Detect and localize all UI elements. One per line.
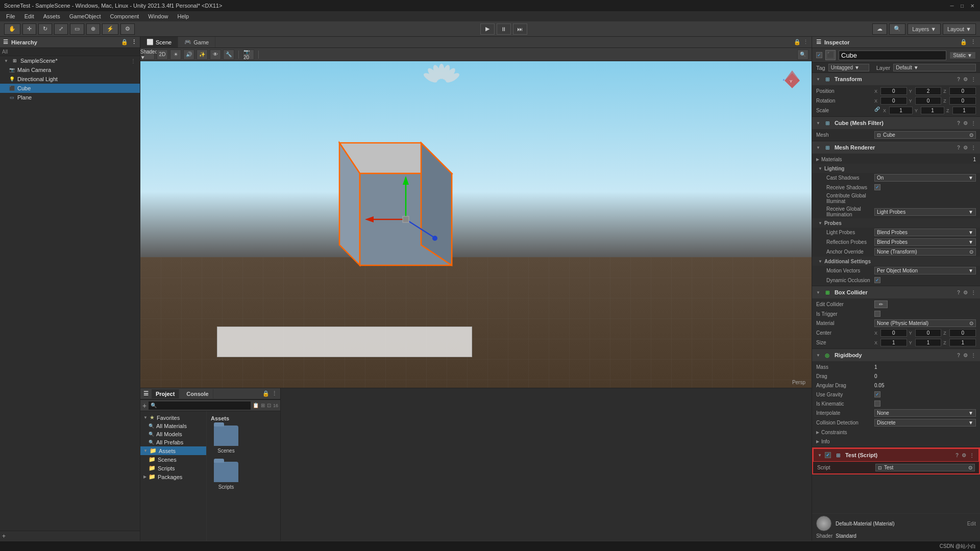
assets-tree-item[interactable]: ▼ 📁 Assets: [140, 446, 206, 455]
scene-overlay-btn[interactable]: 👁: [210, 49, 221, 60]
menu-edit[interactable]: Edit: [20, 12, 38, 20]
layer-dropdown[interactable]: Default ▼: [893, 64, 976, 71]
scene-effects-btn[interactable]: ✨: [197, 49, 208, 60]
sc-x-input[interactable]: [889, 107, 913, 114]
collider-material-select[interactable]: ⊙: [969, 320, 973, 326]
minimize-btn[interactable]: ─: [948, 2, 955, 9]
meshrenderer-header[interactable]: ▼ ⊞ Mesh Renderer ? ⚙ ⋮: [812, 141, 980, 154]
testscript-more-icon[interactable]: ⋮: [969, 453, 974, 458]
scene-more-icon[interactable]: ⋮: [803, 39, 808, 45]
dynamic-occlusion-checkbox[interactable]: ✓: [874, 277, 880, 283]
is-kinematic-checkbox[interactable]: ✓: [874, 400, 880, 407]
step-button[interactable]: ⏭: [513, 23, 527, 35]
light-probes-dropdown[interactable]: Blend Probes ▼: [874, 229, 976, 236]
constraints-expand[interactable]: ▶: [816, 430, 819, 435]
scenes-tree-item[interactable]: 📁 Scenes: [140, 455, 206, 464]
tab-console[interactable]: Console: [182, 389, 213, 398]
all-prefabs-item[interactable]: 🔍 All Prefabs: [140, 438, 206, 446]
custom-tool[interactable]: ⚡: [102, 23, 118, 35]
receive-shadows-checkbox[interactable]: ✓: [874, 184, 880, 190]
all-materials-item[interactable]: 🔍 All Materials: [140, 422, 206, 430]
scale-lock-icon[interactable]: 🔗: [874, 107, 880, 114]
scene-shaded-btn[interactable]: Shaded ▼: [143, 49, 155, 60]
transform-settings-icon[interactable]: ⚙: [963, 77, 968, 82]
asset-scenes[interactable]: Scenes: [211, 425, 241, 454]
play-button[interactable]: ▶: [480, 23, 495, 35]
scene-camera-btn[interactable]: 📷 20: [243, 49, 254, 60]
meshrenderer-settings-icon[interactable]: ⚙: [963, 145, 968, 151]
collab-btn[interactable]: ☁: [872, 23, 887, 35]
hierarchy-dots[interactable]: ⋮: [131, 58, 136, 64]
scene-viewport[interactable]: Y x z Persp: [140, 61, 812, 388]
sizex-input[interactable]: [880, 339, 907, 346]
all-models-item[interactable]: 🔍 All Models: [140, 430, 206, 438]
receive-gi-dropdown[interactable]: Light Probes ▼: [874, 208, 976, 216]
object-active-checkbox[interactable]: ✓: [816, 52, 822, 58]
inspector-lock-icon[interactable]: 🔒: [960, 39, 967, 45]
tab-game[interactable]: 🎮 Game: [178, 37, 215, 47]
tab-scene[interactable]: ⬜ Scene: [140, 37, 178, 47]
sizez-input[interactable]: [949, 339, 976, 346]
meshrenderer-more-icon[interactable]: ⋮: [971, 145, 976, 151]
pause-button[interactable]: ⏸: [497, 23, 511, 35]
cz-input[interactable]: [949, 329, 976, 337]
rigidbody-header[interactable]: ▼ ◎ Rigidbody ? ⚙ ⋮: [812, 349, 980, 361]
rigidbody-more-icon[interactable]: ⋮: [971, 353, 976, 358]
collider-material-value[interactable]: None (Physic Material) ⊙: [874, 319, 976, 327]
mesh-value[interactable]: ⊡ Cube ⊙: [874, 131, 976, 139]
edit-collider-btn[interactable]: ✏: [874, 300, 888, 308]
menu-gameobject[interactable]: GameObject: [65, 12, 105, 20]
add-asset-btn[interactable]: +: [142, 402, 146, 410]
icon-btn2[interactable]: ⊞: [261, 403, 265, 408]
icon-btn1[interactable]: 📋: [253, 403, 259, 408]
mesh-select-icon[interactable]: ⊙: [969, 132, 973, 138]
transform-header[interactable]: ▼ ⊞ Transform ? ⚙ ⋮: [812, 73, 980, 85]
scene-audio-btn[interactable]: 🔊: [183, 49, 194, 60]
testscript-help-icon[interactable]: ?: [955, 453, 959, 458]
use-gravity-checkbox[interactable]: ✓: [874, 391, 880, 397]
lighting-expand[interactable]: ▼: [818, 166, 822, 171]
packages-tree-item[interactable]: ▶ 📁 Packages: [140, 472, 206, 481]
hand-tool[interactable]: ✋: [4, 23, 20, 35]
close-btn[interactable]: ✕: [969, 2, 976, 9]
anchor-override-value[interactable]: None (Transform) ⊙: [874, 248, 976, 256]
pos-y-input[interactable]: [915, 87, 942, 95]
cx-input[interactable]: [880, 329, 907, 337]
hierarchy-item-plane[interactable]: ▭ Plane: [0, 93, 140, 102]
favorites-item[interactable]: ▼ ★ Favorites: [140, 413, 206, 422]
menu-help[interactable]: Help: [173, 12, 193, 20]
move-tool[interactable]: ✛: [22, 23, 36, 35]
inspector-hamburger[interactable]: ☰: [816, 39, 821, 45]
menu-component[interactable]: Component: [106, 12, 143, 20]
boxcollider-help-icon[interactable]: ?: [957, 290, 960, 295]
probes-expand[interactable]: ▼: [818, 221, 822, 226]
inspector-more-icon[interactable]: ⋮: [970, 39, 976, 45]
sc-z-input[interactable]: [952, 107, 976, 114]
cast-shadows-dropdown[interactable]: On ▼: [874, 174, 976, 182]
scale-tool[interactable]: ⤢: [54, 23, 68, 35]
script-select-icon[interactable]: ⊙: [968, 465, 972, 470]
sizey-input[interactable]: [915, 339, 942, 346]
collision-detection-dropdown[interactable]: Discrete ▼: [874, 419, 976, 427]
rot-x-input[interactable]: [880, 97, 907, 105]
info-expand[interactable]: ▶: [816, 439, 819, 444]
settings-tool[interactable]: ⚙: [120, 23, 135, 35]
transform-help-icon[interactable]: ?: [957, 77, 960, 82]
interpolate-dropdown[interactable]: None ▼: [874, 409, 976, 417]
project-hamburger[interactable]: ☰: [143, 390, 149, 397]
menu-file[interactable]: File: [2, 12, 19, 20]
additional-expand[interactable]: ▼: [818, 259, 822, 264]
testscript-settings-icon[interactable]: ⚙: [962, 453, 966, 458]
pos-x-input[interactable]: [880, 87, 907, 95]
rotate-tool[interactable]: ↻: [38, 23, 52, 35]
scripts-tree-item[interactable]: 📁 Scripts: [140, 464, 206, 472]
rigidbody-help-icon[interactable]: ?: [957, 353, 960, 358]
boxcollider-more-icon[interactable]: ⋮: [971, 290, 976, 295]
script-value[interactable]: ⊡ Test ⊙: [875, 464, 975, 471]
menu-assets[interactable]: Assets: [39, 12, 64, 20]
hierarchy-item[interactable]: ▼ ⊞ SampleScene* ⋮: [0, 56, 140, 65]
meshfilter-settings-icon[interactable]: ⚙: [963, 120, 968, 126]
meshfilter-help-icon[interactable]: ?: [957, 120, 960, 126]
testscript-checkbox[interactable]: ✓: [825, 452, 831, 458]
tab-project[interactable]: Project: [152, 389, 179, 398]
